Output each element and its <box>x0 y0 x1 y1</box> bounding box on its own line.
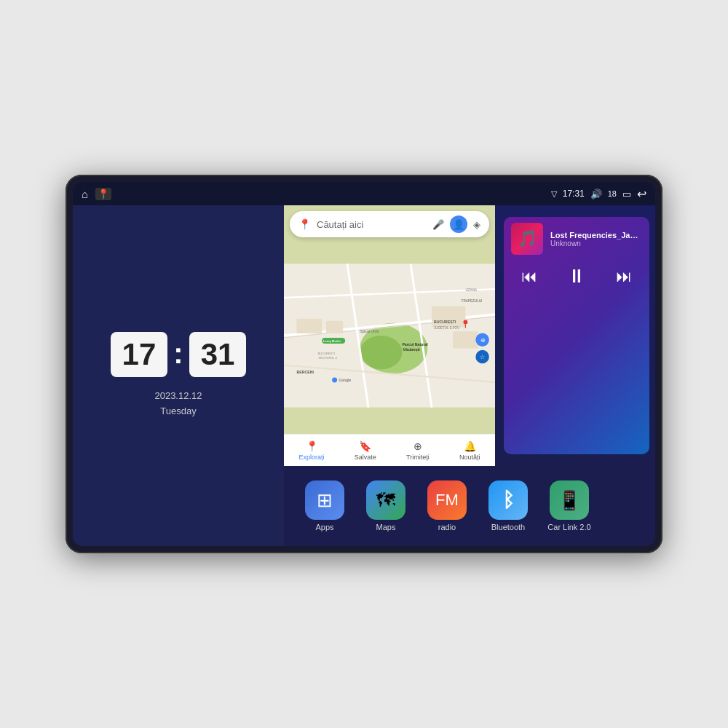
date-display: 2023.12.12 Tuesday <box>154 389 202 419</box>
app-item-radio[interactable]: FM radio <box>418 476 476 536</box>
music-thumbnail: 🎵 <box>511 223 543 255</box>
map-search-text[interactable]: Căutați aici <box>317 219 427 230</box>
svg-rect-10 <box>326 321 343 333</box>
layers-icon[interactable]: ◈ <box>473 219 480 230</box>
svg-text:SECTORUL 4: SECTORUL 4 <box>319 356 338 360</box>
explore-label: Explorați <box>299 454 325 461</box>
svg-point-2 <box>360 336 402 369</box>
saved-label: Salvate <box>355 454 376 461</box>
music-panel: 🎵 Lost Frequencies_Janieck Devy-... Unkn… <box>495 205 655 466</box>
account-icon[interactable]: 👤 <box>450 215 467 233</box>
map-panel[interactable]: Parcul Natural Văcărești BUCUREȘTI JUDEȚ… <box>284 205 495 466</box>
map-nav-explore[interactable]: 📍 Explorați <box>299 440 325 461</box>
battery-icon: ▭ <box>622 189 631 199</box>
news-label: Noutăți <box>459 454 480 461</box>
bluetooth-icon: ᛒ <box>502 488 515 512</box>
map-nav-saved[interactable]: 🔖 Salvate <box>355 440 376 461</box>
music-controls: ⏮ ⏸ ⏭ <box>504 261 649 295</box>
share-icon: ⊕ <box>414 440 422 452</box>
news-icon: 🔔 <box>464 440 476 452</box>
gps-icon: ▽ <box>551 189 557 199</box>
svg-text:☆: ☆ <box>480 354 485 360</box>
map-search-right: 🎤 👤 ◈ <box>432 215 480 233</box>
carlink-icon-box: 📱 <box>550 480 589 520</box>
svg-rect-9 <box>296 319 322 333</box>
svg-text:Parcul Natural: Parcul Natural <box>402 343 428 347</box>
saved-icon: 🔖 <box>359 440 371 452</box>
svg-rect-12 <box>453 331 478 348</box>
explore-icon: 📍 <box>306 440 318 452</box>
svg-text:Google: Google <box>339 378 351 382</box>
music-info-row: 🎵 Lost Frequencies_Janieck Devy-... Unkn… <box>504 217 649 261</box>
carlink-label: Car Link 2.0 <box>547 523 590 531</box>
device-screen: ⌂ 📍 ▽ 17:31 🔊 18 ▭ ↩ 17 : 31 <box>73 182 655 546</box>
status-time: 17:31 <box>563 189 585 199</box>
app-item-bluetooth[interactable]: ᛒ Bluetooth <box>479 476 537 536</box>
svg-text:BUCUREȘTI: BUCUREȘTI <box>434 320 456 324</box>
music-card: 🎵 Lost Frequencies_Janieck Devy-... Unkn… <box>504 217 649 454</box>
radio-label: radio <box>438 523 456 531</box>
svg-point-31 <box>464 320 468 325</box>
map-pin-icon: 📍 <box>298 218 311 230</box>
svg-text:Văcărești: Văcărești <box>403 347 421 352</box>
music-next-button[interactable]: ⏭ <box>616 267 632 286</box>
svg-text:UZANA: UZANA <box>465 288 478 292</box>
svg-point-25 <box>332 377 337 382</box>
status-bar: ⌂ 📍 ▽ 17:31 🔊 18 ▭ ↩ <box>73 182 655 205</box>
apps-icon: ⊞ <box>317 489 333 512</box>
status-left-icons: ⌂ 📍 <box>82 188 111 200</box>
home-icon[interactable]: ⌂ <box>82 188 88 200</box>
radio-icon-box: FM <box>427 480 467 520</box>
clock-display: 17 : 31 <box>111 332 247 377</box>
app-item-apps[interactable]: ⊞ Apps <box>296 476 354 536</box>
map-nav-share[interactable]: ⊕ Trimiteți <box>406 440 430 461</box>
music-artist: Unknown <box>550 240 642 248</box>
carlink-icon: 📱 <box>558 489 581 512</box>
svg-text:JUDEȚUL ILFOV: JUDEȚUL ILFOV <box>434 326 460 330</box>
volume-icon: 🔊 <box>590 189 602 199</box>
svg-text:⊕: ⊕ <box>480 337 486 344</box>
clock-minutes: 31 <box>189 332 247 377</box>
clock-panel: 17 : 31 2023.12.12 Tuesday <box>73 205 284 546</box>
map-bottom-nav: 📍 Explorați 🔖 Salvate ⊕ Trimiteți <box>284 434 495 466</box>
voice-search-icon[interactable]: 🎤 <box>432 219 444 230</box>
maps-icon: 🗺 <box>376 489 395 512</box>
status-right-icons: ▽ 17:31 🔊 18 ▭ ↩ <box>551 187 646 201</box>
map-nav-news[interactable]: 🔔 Noutăți <box>459 440 480 461</box>
apps-label: Apps <box>315 523 333 531</box>
bluetooth-label: Bluetooth <box>491 523 525 531</box>
clock-separator: : <box>173 339 183 368</box>
music-title: Lost Frequencies_Janieck Devy-... <box>550 231 642 240</box>
svg-text:TRAPEZULUI: TRAPEZULUI <box>462 299 483 303</box>
apps-row: ⊞ Apps 🗺 Maps FM <box>284 466 655 546</box>
svg-text:BUCUREȘTI: BUCUREȘTI <box>317 352 334 355</box>
apps-icon-box: ⊞ <box>305 480 344 520</box>
music-play-button[interactable]: ⏸ <box>567 265 586 288</box>
battery-level: 18 <box>608 189 617 198</box>
radio-icon: FM <box>435 491 459 510</box>
svg-text:Leroy Merlin: Leroy Merlin <box>323 339 341 343</box>
svg-rect-11 <box>432 306 465 327</box>
app-item-maps[interactable]: 🗺 Maps <box>357 476 415 536</box>
maps-label: Maps <box>376 523 396 531</box>
back-icon[interactable]: ↩ <box>637 187 646 201</box>
share-label: Trimiteți <box>406 454 430 461</box>
music-text: Lost Frequencies_Janieck Devy-... Unknow… <box>550 231 642 248</box>
car-head-unit: ⌂ 📍 ▽ 17:31 🔊 18 ▭ ↩ 17 : 31 <box>66 175 662 553</box>
apps-container: ⊞ Apps 🗺 Maps FM <box>296 476 644 536</box>
bluetooth-icon-box: ᛒ <box>488 480 528 520</box>
map-search-bar[interactable]: 📍 Căutați aici 🎤 👤 ◈ <box>290 211 489 237</box>
svg-text:BERCENI: BERCENI <box>296 370 314 374</box>
svg-text:Splaiul Unirii: Splaiul Unirii <box>360 330 379 333</box>
app-item-carlink[interactable]: 📱 Car Link 2.0 <box>540 476 598 536</box>
maps-status-icon[interactable]: 📍 <box>95 188 111 200</box>
music-prev-button[interactable]: ⏮ <box>521 267 537 286</box>
clock-hours: 17 <box>111 332 168 377</box>
maps-icon-box: 🗺 <box>366 480 405 520</box>
